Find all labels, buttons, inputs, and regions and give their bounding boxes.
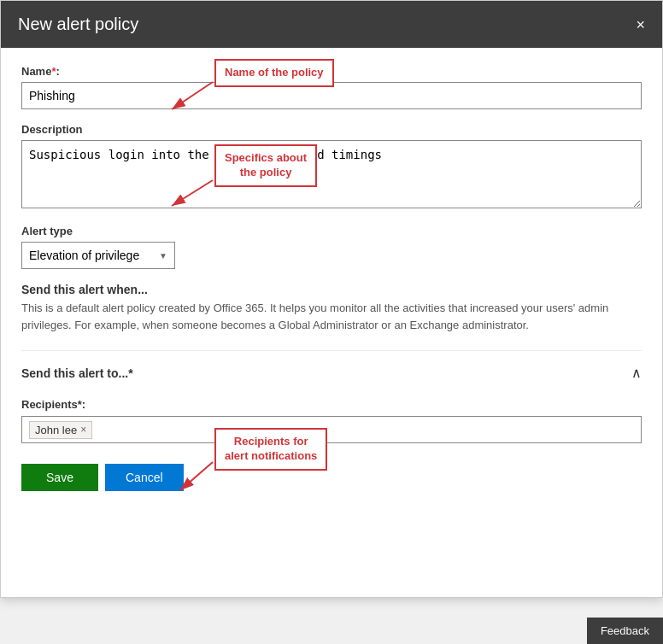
save-button[interactable]: Save: [21, 464, 98, 491]
collapse-icon[interactable]: ∧: [631, 365, 642, 381]
recipients-required: *: [78, 398, 82, 411]
send-to-required: *: [128, 366, 132, 380]
description-input[interactable]: Suspicious login into the accounts at od…: [21, 140, 642, 208]
dialog-header: New alert policy ×: [1, 1, 662, 48]
name-required: *: [51, 65, 56, 78]
section-divider: [21, 350, 642, 351]
recipient-name: John lee: [35, 424, 77, 436]
send-when-description: This is a default alert policy created b…: [21, 300, 642, 333]
send-to-title: Send this alert to...*: [21, 366, 133, 380]
name-callout: Name of the policy: [214, 59, 334, 87]
description-label: Description: [21, 123, 642, 136]
close-button[interactable]: ×: [636, 17, 645, 32]
recipients-label: Recipients*:: [21, 398, 642, 411]
description-form-group: Description Suspicious login into the ac…: [21, 123, 642, 211]
recipients-tag-input[interactable]: John lee ×: [21, 416, 642, 443]
new-alert-policy-dialog: New alert policy × Name*: Description Su…: [0, 0, 663, 598]
recipients-callout: Recipients foralert notifications: [214, 428, 327, 471]
button-row: Save Cancel: [21, 464, 642, 491]
chevron-down-icon: ▼: [159, 251, 167, 261]
dialog-title: New alert policy: [18, 15, 138, 34]
alert-type-select[interactable]: Elevation of privilege Data loss Threat …: [29, 249, 154, 262]
alert-type-label: Alert type: [21, 225, 642, 237]
send-when-title: Send this alert when...: [21, 283, 642, 296]
recipient-tag: John lee ×: [29, 421, 92, 439]
dialog-body: Name*: Description Suspicious login into…: [1, 48, 662, 508]
cancel-button[interactable]: Cancel: [105, 464, 184, 491]
feedback-button[interactable]: Feedback: [587, 618, 663, 644]
alert-type-select-wrapper[interactable]: Elevation of privilege Data loss Threat …: [21, 242, 175, 269]
recipients-section: Recipients*: John lee ×: [21, 395, 642, 443]
alert-type-form-group: Alert type Elevation of privilege Data l…: [21, 225, 642, 269]
description-callout: Specifics aboutthe policy: [214, 144, 317, 187]
remove-recipient-button[interactable]: ×: [80, 424, 86, 435]
send-to-header: Send this alert to...* ∧: [21, 365, 642, 381]
send-when-section: Send this alert when... This is a defaul…: [21, 283, 642, 333]
